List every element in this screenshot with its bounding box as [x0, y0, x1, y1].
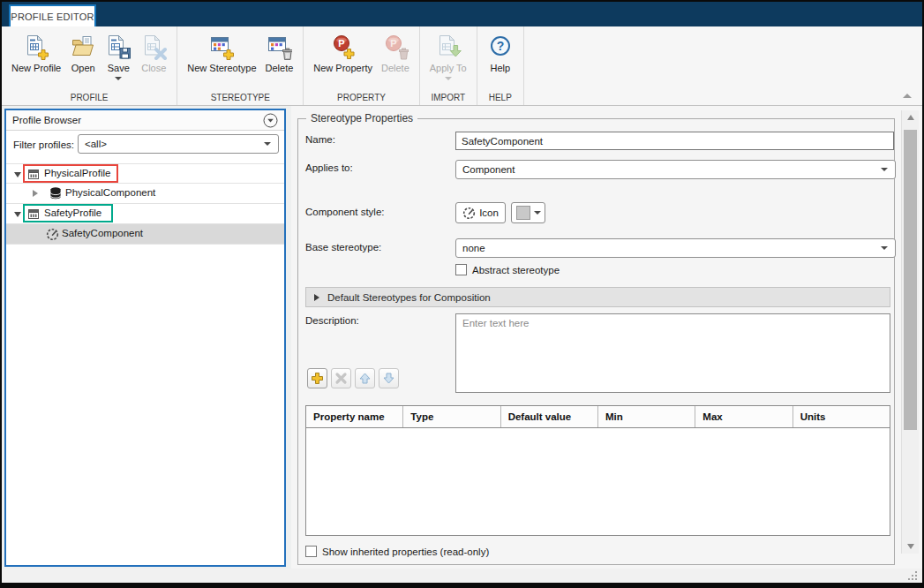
filter-profiles-label: Filter profiles: — [13, 139, 74, 150]
filter-profiles-dropdown[interactable]: <all> — [78, 134, 279, 154]
tab-profile-editor[interactable]: PROFILE EDITOR — [9, 4, 96, 26]
show-inherited-label: Show inherited properties (read-only) — [322, 547, 489, 557]
toolbar-group-help: ? Help HELP — [477, 26, 524, 105]
property-table-header: Property name Type Default value Min Max… — [306, 406, 890, 428]
save-dropdown-arrow[interactable] — [115, 77, 122, 80]
property-table-body[interactable] — [306, 428, 890, 535]
move-up-button — [355, 368, 375, 388]
chevron-down-icon — [881, 246, 888, 250]
apply-to-button: Apply To — [425, 30, 471, 80]
status-bar — [2, 569, 922, 583]
delete-property-button: P Delete — [377, 30, 414, 73]
component-style-label: Component style: — [305, 207, 385, 217]
resize-grip[interactable] — [908, 571, 917, 580]
ribbon-tab-bar: PROFILE EDITOR — [2, 2, 922, 26]
arrow-up-icon — [358, 372, 372, 385]
help-icon: ? — [487, 32, 514, 62]
default-stereotypes-section[interactable]: Default Stereotypes for Composition — [305, 287, 890, 307]
new-profile-label: New Profile — [11, 63, 61, 73]
property-row-actions — [307, 368, 399, 388]
applies-to-value: Component — [462, 164, 515, 175]
filter-profiles-value: <all> — [85, 139, 107, 149]
save-button[interactable]: Save — [101, 30, 136, 80]
stereotype-stack-icon — [49, 186, 63, 204]
open-button[interactable]: Open — [65, 30, 101, 73]
base-stereotype-label: Base stereotype: — [305, 242, 381, 253]
tree-row-physicalcomponent[interactable]: PhysicalComponent — [6, 184, 284, 204]
delete-stereotype-label: Delete — [266, 63, 294, 73]
plus-icon — [311, 372, 324, 385]
physical-profile-annotation-box — [23, 164, 118, 183]
chevron-down-icon — [534, 211, 541, 215]
import-group-label: IMPORT — [420, 93, 477, 102]
apply-to-label: Apply To — [430, 63, 467, 73]
help-button[interactable]: ? Help — [483, 30, 518, 73]
icon-style-button[interactable]: Icon — [455, 202, 506, 223]
col-type: Type — [403, 406, 500, 427]
delete-stereotype-button[interactable]: Delete — [261, 30, 298, 73]
scrollbar-thumb[interactable] — [904, 130, 917, 430]
svg-text:P: P — [338, 38, 344, 49]
new-property-label: New Property — [313, 63, 372, 73]
profile-tree: PhysicalProfile Ph — [6, 163, 284, 245]
svg-text:?: ? — [496, 39, 504, 53]
open-icon — [70, 32, 96, 62]
expander-icon[interactable] — [14, 172, 21, 177]
close-label: Close — [141, 63, 166, 73]
new-profile-button[interactable]: New Profile — [7, 30, 65, 73]
tree-row-safetyprofile[interactable]: SafetyProfile — [6, 204, 284, 224]
new-stereotype-button[interactable]: New Stereotype — [183, 30, 260, 73]
delete-property-icon: P — [382, 32, 409, 62]
vertical-scrollbar[interactable] — [901, 110, 919, 554]
panel-collapse-icon[interactable] — [263, 113, 278, 132]
icon-color-swatch-button[interactable] — [511, 202, 545, 223]
add-property-row-button[interactable] — [307, 368, 327, 388]
tree-label-physicalcomponent: PhysicalComponent — [65, 187, 155, 198]
svg-text:P: P — [390, 38, 396, 49]
gauge-icon — [462, 207, 476, 220]
profile-browser-panel: Profile Browser Filter profiles: <all> — [4, 109, 286, 567]
save-icon — [105, 32, 131, 62]
safety-profile-annotation-box — [23, 204, 113, 222]
description-label: Description: — [305, 315, 359, 326]
expander-icon[interactable] — [33, 190, 38, 197]
expander-icon[interactable] — [14, 212, 21, 217]
new-profile-icon — [23, 32, 49, 62]
toolbar-group-profile: New Profile Open — [2, 26, 177, 105]
ribbon-toolbar: New Profile Open — [2, 26, 922, 106]
scrollbar-down-arrow[interactable] — [902, 539, 920, 554]
profile-editor-window: PROFILE EDITOR — [0, 0, 924, 588]
scrollbar-up-arrow[interactable] — [902, 110, 920, 124]
apply-to-dropdown-arrow — [445, 77, 452, 80]
chevron-down-icon — [881, 168, 888, 171]
help-group-label: HELP — [477, 93, 523, 102]
applies-to-dropdown[interactable]: Component — [455, 160, 896, 179]
move-down-button — [379, 368, 399, 388]
name-label: Name: — [305, 134, 335, 145]
main-area: Profile Browser Filter profiles: <all> — [2, 106, 922, 569]
col-min: Min — [598, 406, 695, 427]
description-textarea[interactable] — [455, 313, 890, 393]
delete-stereotype-icon — [266, 32, 292, 62]
abstract-stereotype-checkbox[interactable] — [455, 264, 467, 275]
tree-row-safetycomponent[interactable]: SafetyComponent — [6, 224, 284, 245]
new-property-button[interactable]: P New Property — [309, 30, 377, 73]
profile-browser-title: Profile Browser — [12, 115, 81, 125]
toolbar-group-stereotype: New Stereotype — [177, 26, 304, 105]
profile-browser-header: Profile Browser — [6, 110, 284, 131]
show-inherited-checkbox[interactable] — [305, 546, 317, 557]
tree-row-physicalprofile[interactable]: PhysicalProfile — [6, 163, 284, 184]
name-input[interactable] — [455, 132, 894, 150]
profile-group-label: PROFILE — [2, 93, 177, 102]
col-default-value: Default value — [501, 406, 598, 427]
abstract-stereotype-row: Abstract stereotype — [455, 264, 560, 275]
tab-label: PROFILE EDITOR — [11, 11, 94, 22]
stereotype-properties-panel: Stereotype Properties Name: Applies to: … — [291, 106, 922, 569]
collapse-ribbon-icon[interactable] — [903, 94, 912, 98]
base-stereotype-dropdown[interactable]: none — [455, 238, 896, 258]
col-units: Units — [793, 406, 890, 427]
close-icon — [140, 32, 167, 62]
base-stereotype-value: none — [462, 243, 485, 253]
color-swatch — [516, 206, 530, 220]
col-property-name: Property name — [306, 406, 403, 427]
